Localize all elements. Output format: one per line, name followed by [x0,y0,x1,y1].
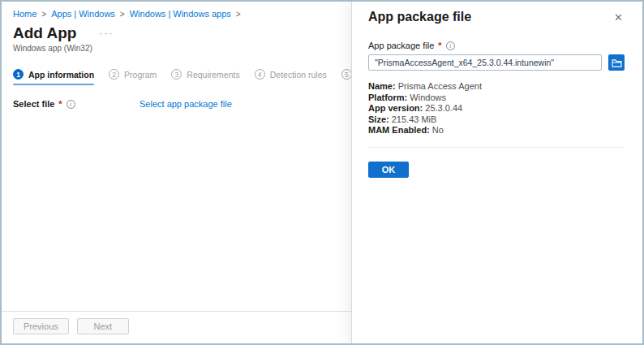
wizard-steps: 1 App information 2 Program 3 Requiremen… [13,69,351,85]
package-details: Name: Prisma Access Agent Platform: Wind… [368,81,625,136]
tab-app-information[interactable]: 1 App information [13,69,94,85]
wizard-footer: Previous Next [2,311,351,343]
info-icon[interactable]: i [446,41,455,50]
step-number-badge: 2 [109,69,119,80]
close-icon[interactable]: ✕ [612,10,625,26]
step-number-badge: 5 [341,69,351,80]
select-app-package-file-link[interactable]: Select app package file [140,99,232,109]
detail-app-version: App version: 25.3.0.44 [368,103,625,114]
tab-label: App information [28,70,94,80]
breadcrumb-home[interactable]: Home [13,9,36,19]
tab-label: Program [124,70,157,80]
app-package-file-input[interactable] [368,54,602,71]
breadcrumb: Home > Apps | Windows > Windows | Window… [13,9,351,19]
panel-divider [368,147,625,148]
folder-icon [612,58,622,67]
tab-dependencies[interactable]: 5 Dependencies [341,69,351,85]
next-button[interactable]: Next [77,318,129,334]
panel-header: App package file ✕ [368,10,625,26]
tab-label: Requirements [187,70,239,80]
step-number-badge: 4 [255,69,265,80]
detail-label: App version: [368,103,423,113]
ok-button[interactable]: OK [368,162,409,178]
breadcrumb-separator: > [120,10,125,19]
app-package-file-label: App package file [368,41,434,50]
detail-value: Prisma Access Agent [396,81,482,91]
select-file-label: Select file [13,99,54,109]
info-icon[interactable]: i [67,100,75,109]
breadcrumb-apps-windows[interactable]: Apps | Windows [51,9,115,19]
panel-title: App package file [368,10,471,24]
select-file-row: Select file * i Select app package file [13,99,351,109]
context-menu-ellipsis-icon[interactable]: ··· [99,28,114,39]
package-file-input-row [368,54,625,71]
add-app-window: Home > Apps | Windows > Windows | Window… [0,0,644,345]
app-package-file-panel: App package file ✕ App package file * i … [351,2,642,343]
title-row: Add App ··· [13,24,351,42]
detail-name: Name: Prisma Access Agent [368,81,625,93]
breadcrumb-windows-apps[interactable]: Windows | Windows apps [130,9,231,19]
step-number-badge: 3 [171,69,182,80]
page-title: Add App [13,24,76,42]
tab-program[interactable]: 2 Program [109,69,157,85]
breadcrumb-separator: > [41,10,46,19]
tab-detection-rules[interactable]: 4 Detection rules [255,69,327,85]
detail-size: Size: 215.43 MiB [368,114,625,126]
previous-button[interactable]: Previous [13,318,69,334]
page-subtitle: Windows app (Win32) [13,44,351,53]
detail-value: No [430,125,444,135]
select-file-label-group: Select file * i [13,99,140,109]
detail-value: 215.43 MiB [389,114,437,124]
main-content: Home > Apps | Windows > Windows | Window… [2,2,351,343]
detail-label: Size: [368,114,389,124]
required-asterisk: * [438,41,441,50]
step-number-badge: 1 [13,69,24,80]
detail-mam-enabled: MAM Enabled: No [368,125,625,136]
tab-label: Detection rules [270,70,327,80]
detail-label: Name: [368,81,396,91]
detail-value: 25.3.0.44 [423,103,462,113]
detail-platform: Platform: Windows [368,93,625,104]
required-asterisk: * [58,99,62,109]
detail-label: MAM Enabled: [368,125,430,135]
app-package-file-label-group: App package file * i [368,41,625,50]
tab-requirements[interactable]: 3 Requirements [171,69,239,85]
detail-value: Windows [407,93,446,102]
breadcrumb-separator: > [236,10,241,19]
detail-label: Platform: [368,93,407,102]
browse-file-button[interactable] [608,54,625,71]
